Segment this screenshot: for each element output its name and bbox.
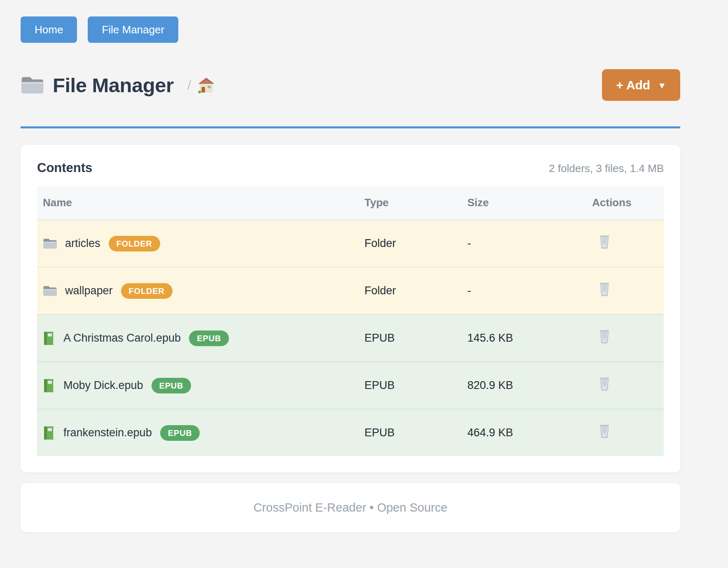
- file-size: 145.6 KB: [462, 314, 586, 362]
- file-name[interactable]: wallpaper: [65, 284, 113, 297]
- title-group: File Manager /: [21, 74, 215, 97]
- epub-badge: EPUB: [152, 378, 191, 393]
- chevron-down-icon: ▼: [658, 81, 666, 91]
- page-container: Home File Manager File Manager /: [21, 0, 680, 532]
- table-row-frankenstein: frankenstein.epub EPUB EPUB 464.9 KB: [37, 409, 664, 456]
- delete-button[interactable]: [599, 330, 610, 344]
- table-row-christmas-carol: A Christmas Carol.epub EPUB EPUB 145.6 K…: [37, 314, 664, 362]
- trash-icon: [599, 377, 610, 391]
- folder-icon: [21, 76, 44, 95]
- file-manager-button[interactable]: File Manager: [88, 16, 178, 43]
- folder-icon: [43, 285, 57, 297]
- folder-badge: FOLDER: [109, 236, 160, 251]
- delete-button[interactable]: [599, 424, 610, 438]
- page-title: File Manager: [53, 74, 174, 97]
- breadcrumb: /: [188, 77, 215, 93]
- home-icon[interactable]: [198, 77, 215, 93]
- epub-badge: EPUB: [189, 331, 229, 346]
- footer-card: CrossPoint E-Reader • Open Source: [21, 483, 680, 532]
- delete-button[interactable]: [599, 377, 610, 391]
- column-header-size: Size: [462, 186, 586, 220]
- trash-icon: [599, 424, 610, 438]
- contents-title: Contents: [37, 161, 92, 175]
- trash-icon: [599, 235, 610, 249]
- column-header-type: Type: [359, 186, 462, 220]
- home-button[interactable]: Home: [21, 16, 77, 43]
- file-type: EPUB: [359, 409, 462, 456]
- table-row-articles: articles FOLDER Folder -: [37, 220, 664, 267]
- epub-badge: EPUB: [160, 425, 200, 441]
- header-divider: [21, 126, 680, 128]
- file-type: EPUB: [359, 362, 462, 409]
- column-header-name: Name: [37, 186, 359, 220]
- file-name[interactable]: articles: [65, 237, 100, 250]
- page-header: File Manager / + Add ▼: [21, 69, 680, 101]
- file-name[interactable]: frankenstein.epub: [63, 426, 152, 439]
- contents-card-header: Contents 2 folders, 3 files, 1.4 MB: [37, 161, 664, 175]
- file-table: Name Type Size Actions: [37, 186, 664, 456]
- book-icon: [43, 426, 55, 440]
- delete-button[interactable]: [599, 282, 610, 296]
- file-type: Folder: [359, 220, 462, 267]
- add-button-label: + Add: [616, 78, 650, 92]
- table-header-row: Name Type Size Actions: [37, 186, 664, 220]
- table-row-wallpaper: wallpaper FOLDER Folder -: [37, 267, 664, 314]
- file-size: 820.9 KB: [462, 362, 586, 409]
- file-size: -: [462, 220, 586, 267]
- trash-icon: [599, 282, 610, 296]
- footer-text: CrossPoint E-Reader • Open Source: [253, 501, 447, 514]
- book-icon: [43, 379, 55, 393]
- column-header-actions: Actions: [586, 186, 664, 220]
- contents-card: Contents 2 folders, 3 files, 1.4 MB Name…: [21, 145, 680, 473]
- file-type: Folder: [359, 267, 462, 314]
- file-name[interactable]: A Christmas Carol.epub: [63, 332, 181, 345]
- delete-button[interactable]: [599, 235, 610, 249]
- contents-summary: 2 folders, 3 files, 1.4 MB: [549, 162, 664, 175]
- file-name[interactable]: Moby Dick.epub: [63, 379, 143, 392]
- file-size: 464.9 KB: [462, 409, 586, 456]
- file-type: EPUB: [359, 314, 462, 362]
- breadcrumb-separator: /: [188, 78, 191, 92]
- table-row-moby-dick: Moby Dick.epub EPUB EPUB 820.9 KB: [37, 362, 664, 409]
- book-icon: [43, 331, 55, 345]
- top-nav: Home File Manager: [21, 16, 680, 43]
- add-button[interactable]: + Add ▼: [602, 69, 680, 101]
- folder-badge: FOLDER: [121, 283, 173, 299]
- file-size: -: [462, 267, 586, 314]
- trash-icon: [599, 330, 610, 344]
- folder-icon: [43, 238, 57, 249]
